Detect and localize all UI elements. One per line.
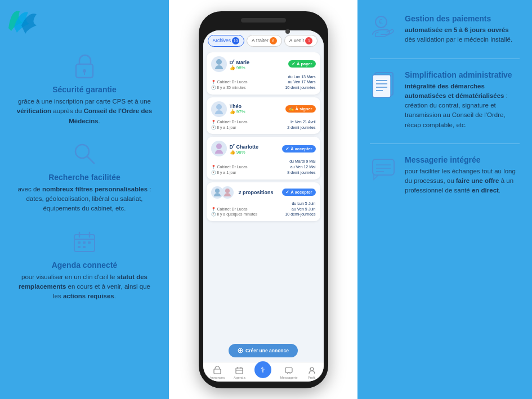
securite-title: Sécurité garantie <box>52 85 117 94</box>
svg-rect-13 <box>83 246 86 248</box>
svg-rect-27 <box>285 367 292 373</box>
main-container: Sécurité garantie grâce à une inscriptio… <box>0 0 532 399</box>
nav-agenda-label: Agenda <box>234 376 245 379</box>
create-btn-label: Créer une annonce <box>245 348 289 353</box>
nav-profil[interactable]: Profil <box>307 365 317 379</box>
svg-point-17 <box>215 189 220 193</box>
tab-archives[interactable]: Archives 10 <box>208 35 245 47</box>
tab-traiter-label: À traiter <box>252 38 269 43</box>
right-panel: € Gestion des paiements automatisée en 5… <box>357 0 532 399</box>
card-theo-name: Théo <box>230 104 283 109</box>
phone-mockup: Archives 10 À traiter 6 À venir 1 <box>199 11 328 388</box>
feature-agenda: Agenda connecté pour visualiser en un cl… <box>14 226 155 302</box>
nav-messagerie[interactable]: Messagerie <box>280 365 298 379</box>
phone-header: Archives 10 À traiter 6 À venir 1 <box>203 30 324 52</box>
svg-rect-22 <box>214 369 221 374</box>
messagerie-desc: pour faciliter les échanges tout au long… <box>405 167 520 196</box>
divider-1 <box>370 59 520 59</box>
svg-rect-9 <box>78 241 81 244</box>
card-dr-marie-detail: 📍 Cabinet Dr Lucas 🕐 Il y a 35 minutes <box>211 79 248 91</box>
card-dr-charlotte-detail: 📍 Cabinet Dr Lucas 🕐 Il y a 1 jour <box>211 164 248 176</box>
tab-venir-badge: 1 <box>305 37 312 44</box>
svg-line-4 <box>87 156 94 163</box>
nav-messagerie-icon <box>284 365 294 375</box>
card-dr-charlotte-status: ✓ À accepter <box>282 145 315 153</box>
nav-annonces[interactable]: Annonces <box>209 365 225 379</box>
card-dr-charlotte-rating: 👍 98% <box>230 150 280 155</box>
nav-profil-icon <box>307 365 317 375</box>
nav-messagerie-label: Messagerie <box>280 376 298 379</box>
calendar-icon <box>69 226 100 257</box>
svg-rect-36 <box>373 75 391 97</box>
admin-desc: intégralité des démarches automatisées e… <box>405 82 520 130</box>
avatar-prop-2 <box>221 186 234 199</box>
card-dr-marie-name: Dr Marie <box>230 58 285 65</box>
card-dr-charlotte-date: du Mardi 9 Maiau Ven 12 Mai8 demi-journé… <box>287 159 315 175</box>
svg-rect-23 <box>236 368 243 374</box>
card-dr-charlotte[interactable]: Dr Charlotte 👍 98% ✓ À accepter 📍 Cabine… <box>207 137 320 179</box>
svg-point-1 <box>83 69 86 73</box>
svg-text:€: € <box>379 18 383 26</box>
logo <box>6 6 51 39</box>
card-theo[interactable]: Théo 👍 97% ✍ À signer 📍 Cabinet Dr Lucas… <box>207 97 320 135</box>
nav-center-icon: ⚕ <box>254 361 271 378</box>
coin-hand-icon: € <box>370 14 398 42</box>
paiements-title: Gestion des paiements <box>405 14 520 23</box>
securite-desc: grâce à une inscription par carte CPS et… <box>14 97 155 126</box>
avatar-dr-marie <box>211 56 227 72</box>
paiements-content: Gestion des paiements automatisée en 5 à… <box>405 14 520 45</box>
card-dr-marie-rating: 👍 98% <box>230 65 285 70</box>
card-propositions-detail: 📍 Cabinet Dr Lucas 🕐 Il y a quelques min… <box>211 207 258 218</box>
tab-archives-badge: 10 <box>232 37 239 44</box>
card-theo-rating: 👍 97% <box>230 109 283 114</box>
tab-venir-label: À venir <box>289 38 304 43</box>
recherche-title: Recherche facilitée <box>48 173 120 182</box>
card-theo-detail: 📍 Cabinet Dr Lucas 🕐 Il y a 1 jour <box>211 119 248 131</box>
svg-rect-10 <box>83 241 86 244</box>
svg-point-14 <box>216 59 222 65</box>
card-propositions-avatars <box>211 186 234 199</box>
feature-messagerie: Messagerie intégrée pour faciliter les é… <box>370 155 520 198</box>
card-dr-charlotte-info: Dr Charlotte 👍 98% <box>230 142 280 155</box>
tab-traiter-badge: 6 <box>270 37 277 44</box>
card-theo-info: Théo 👍 97% <box>230 104 283 114</box>
card-dr-marie-info: Dr Marie 👍 98% <box>230 58 285 70</box>
recherche-desc: avec de nombreux filtres personnalisable… <box>14 185 155 214</box>
nav-profil-label: Profil <box>308 376 316 379</box>
center-panel: Archives 10 À traiter 6 À venir 1 <box>169 0 357 399</box>
admin-content: Simplification administrative intégralit… <box>405 70 520 130</box>
card-propositions-name: 2 propositions <box>239 190 280 195</box>
svg-point-18 <box>225 189 230 193</box>
card-propositions[interactable]: 2 propositions ✓ À accepter 📍 Cabinet Dr… <box>207 182 320 221</box>
nav-annonces-label: Annonces <box>209 376 225 379</box>
search-icon <box>69 138 100 169</box>
create-announcement-btn[interactable]: Créer une annonce <box>229 344 298 357</box>
agenda-title: Agenda connecté <box>52 261 118 270</box>
phone-screen: Archives 10 À traiter 6 À venir 1 <box>203 30 324 382</box>
agenda-desc: pour visualiser en un clin d'œil le stat… <box>14 272 155 302</box>
tab-archives-label: Archives <box>213 38 231 43</box>
card-dr-marie[interactable]: Dr Marie 👍 98% ✓ À payer 📍 Cabinet Dr Lu… <box>207 52 320 95</box>
svg-point-16 <box>216 144 222 149</box>
nav-annonces-icon <box>212 365 222 375</box>
svg-rect-11 <box>88 241 91 244</box>
phone-notch <box>241 18 286 23</box>
feature-paiements: € Gestion des paiements automatisée en 5… <box>370 14 520 47</box>
messagerie-content: Messagerie intégrée pour faciliter les é… <box>405 155 520 196</box>
tab-venir[interactable]: À venir 1 <box>284 35 318 47</box>
nav-agenda-icon <box>234 365 244 375</box>
nav-agenda[interactable]: Agenda <box>234 365 245 379</box>
lock-icon <box>69 51 100 82</box>
nav-center[interactable]: ⚕ <box>254 366 271 378</box>
phone-camera <box>285 29 290 34</box>
phone-bottom-nav: Annonces Agenda <box>203 362 324 382</box>
feature-securite: Sécurité garantie grâce à une inscriptio… <box>14 51 155 126</box>
card-dr-marie-status: ✓ À payer <box>288 60 316 68</box>
phone-cards-list: Dr Marie 👍 98% ✓ À payer 📍 Cabinet Dr Lu… <box>203 52 324 337</box>
svg-rect-12 <box>78 246 81 248</box>
feature-recherche: Recherche facilitée avec de nombreux fil… <box>14 138 155 214</box>
chat-bubble-icon <box>370 155 398 183</box>
feature-admin: Simplification administrative intégralit… <box>370 70 520 132</box>
tab-traiter[interactable]: À traiter 6 <box>247 35 282 47</box>
card-propositions-status: ✓ À accepter <box>282 189 315 196</box>
